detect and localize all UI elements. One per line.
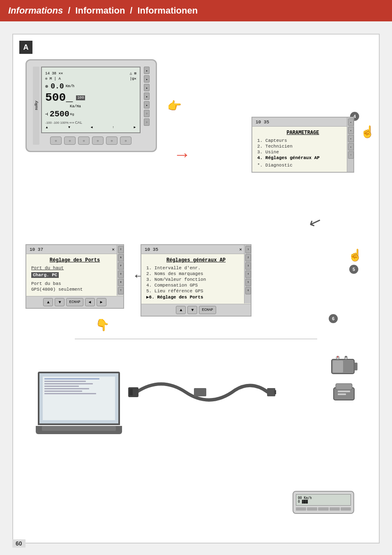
device-btn-5[interactable]: ○ xyxy=(106,136,118,145)
reglages-side-6[interactable]: 6 xyxy=(245,287,251,294)
laptop-screen-content xyxy=(43,377,115,420)
param-time: 10 35 xyxy=(256,120,269,125)
sm-btn[interactable] xyxy=(341,507,351,511)
param-side-2[interactable]: ▸ xyxy=(348,127,354,134)
port-btn-up[interactable]: ▲ xyxy=(43,298,53,306)
reglages-item-1: 1. Intervalle d'enr. xyxy=(146,266,246,271)
sm-btn[interactable] xyxy=(296,507,306,511)
reglages-header: 10 35 ✕ ✕ xyxy=(141,245,251,254)
port-btn-left[interactable]: ◄ xyxy=(85,298,95,306)
reglages-bottom-btns: ▲ ▼ ECHAP xyxy=(141,304,251,316)
port-side-5[interactable]: R xyxy=(118,279,124,286)
device-speed-unit: Km/h xyxy=(66,84,75,88)
arrow-down-left: ↙ xyxy=(307,212,324,232)
side-btn-2[interactable]: ▸ xyxy=(144,75,150,83)
cable-illustration xyxy=(128,368,297,419)
param-item-5: *. Diagnostic xyxy=(257,163,348,168)
header-bar: Informations / Information / Information… xyxy=(0,0,392,21)
title-information: Information xyxy=(75,5,125,16)
reglages-side-1[interactable]: 1 xyxy=(245,246,251,253)
port-btn-echap[interactable]: ECHAP xyxy=(66,298,83,306)
reglages-item-4: 4. Compensation GPS xyxy=(146,283,246,288)
sm-btn[interactable] xyxy=(307,507,317,511)
laptop-keyboard xyxy=(42,426,116,431)
circle-num-5: 5 xyxy=(349,265,358,274)
finger-mid-right: ☝️ xyxy=(348,248,362,262)
reglages-btn-up[interactable]: ▲ xyxy=(176,306,186,314)
small-device-btns xyxy=(296,507,351,511)
device-btn-6[interactable]: ○ xyxy=(120,136,131,145)
device-btn-4[interactable]: ○ xyxy=(92,136,104,145)
device-val2: 2500 xyxy=(50,109,69,119)
param-title: PARAMETRAGE xyxy=(257,130,348,136)
port-bas-label: Port du bas xyxy=(31,281,118,286)
main-content: A sulky 14 38 ✕✕ △ ⊞ ⊙ M | A xyxy=(12,34,380,543)
small-screen-row2: 0 ▓▓▓ xyxy=(298,500,349,504)
param-side-5[interactable]: ○ xyxy=(348,151,354,159)
port-btn-down[interactable]: ▼ xyxy=(55,298,65,306)
port-haut-value: Charg. PC xyxy=(31,272,59,278)
svg-rect-1 xyxy=(129,389,133,395)
title-informationen: Informationen xyxy=(137,5,198,16)
device-sub-val: 100 xyxy=(76,95,85,100)
reglages-side-3[interactable]: 3 xyxy=(245,262,251,270)
reglages-side-4[interactable]: 4 xyxy=(245,271,251,278)
reglages-side-5[interactable]: 5 xyxy=(245,279,251,286)
port-bottom-btns: ▲ ▼ ECHAP ◄ ► xyxy=(26,296,123,308)
reglages-item-6: ▶6. Réglage des Ports xyxy=(146,294,246,300)
svg-rect-4 xyxy=(194,388,206,396)
device-icons: △ ⊞ xyxy=(130,71,136,76)
port-side-4[interactable]: O xyxy=(118,271,124,278)
laptop-line-2 xyxy=(44,381,86,382)
side-btn-3[interactable]: ▸ xyxy=(144,84,150,91)
port-side-3[interactable]: P xyxy=(118,262,124,270)
port-bas-value: GPS(4800) seulement xyxy=(31,287,118,292)
laptop-line-5 xyxy=(44,388,89,389)
device-time: 14 38 ✕✕ xyxy=(45,71,63,76)
finger-top-right: ☝️ xyxy=(360,125,375,139)
param-sidebar: ▸ ▸ ▸ ▸ ○ xyxy=(347,118,353,172)
separator-1: / xyxy=(68,5,70,16)
reglages-sidebar: 1 2 3 4 5 6 xyxy=(244,245,251,303)
port-header: 10 37 ✕ ✕ xyxy=(26,245,123,254)
port-btn-right[interactable]: ► xyxy=(97,298,106,306)
laptop-area xyxy=(38,372,128,442)
param-side-4[interactable]: ▸ xyxy=(348,143,354,150)
sm-btn[interactable] xyxy=(318,507,328,511)
side-btn-4[interactable]: ▸ xyxy=(144,92,150,100)
laptop-line-4 xyxy=(44,386,79,387)
param-side-1[interactable]: ▸ xyxy=(348,118,354,126)
cable-svg xyxy=(128,368,276,417)
param-item-2: 2. Technicien xyxy=(257,144,348,149)
device-nav: ▲▼◄↑► xyxy=(45,125,136,129)
device-btn-1[interactable]: ○ xyxy=(50,136,62,145)
device-controls: -100 -100 100% ⟺ CAL xyxy=(45,120,136,125)
reglages-btn-down[interactable]: ▼ xyxy=(187,306,197,314)
device-btn-3[interactable]: ○ xyxy=(78,136,90,145)
param-item-3: 3. Usine xyxy=(257,150,348,155)
svg-rect-3 xyxy=(274,390,276,394)
device-btn-2[interactable]: ○ xyxy=(64,136,76,145)
sm-btn[interactable] xyxy=(330,507,340,511)
device-unit1: Ka/Ha xyxy=(70,104,81,109)
port-screen-container: 10 37 ✕ ✕ Réglage des Ports Port du haut… xyxy=(25,244,124,309)
device-speed: 0.0 xyxy=(51,82,64,90)
title-informations: Informations xyxy=(8,5,63,16)
svg-rect-6 xyxy=(354,363,357,370)
device-mockup: sulky 14 38 ✕✕ △ ⊞ ⊙ M | A |ψ✕ xyxy=(25,59,157,152)
param-side-3[interactable]: ▸ xyxy=(348,135,354,142)
side-btn-1[interactable]: ▸ xyxy=(144,67,150,74)
small-screen-row1: 00 Km/h xyxy=(298,496,349,500)
laptop-line-6 xyxy=(44,391,82,392)
reglages-side-2[interactable]: 2 xyxy=(245,254,251,261)
parametrage-header: 10 35 ⊙ xyxy=(252,118,353,127)
port-side-2[interactable]: N xyxy=(118,254,124,261)
reglages-btn-echap[interactable]: ECHAP xyxy=(199,306,216,314)
side-btn-5[interactable]: ▸ xyxy=(144,101,150,109)
param-screen-container: 4 10 35 ⊙ PARAMETRAGE 1. Capteurs 2. Tec… xyxy=(251,117,354,173)
parametrage-screen: 10 35 ⊙ PARAMETRAGE 1. Capteurs 2. Techn… xyxy=(251,117,354,173)
side-btn-6[interactable]: ○ xyxy=(144,110,150,117)
port-side-1[interactable]: I xyxy=(118,246,124,253)
side-btn-7[interactable]: ○ xyxy=(144,118,150,126)
port-side-6[interactable]: T xyxy=(118,287,124,294)
